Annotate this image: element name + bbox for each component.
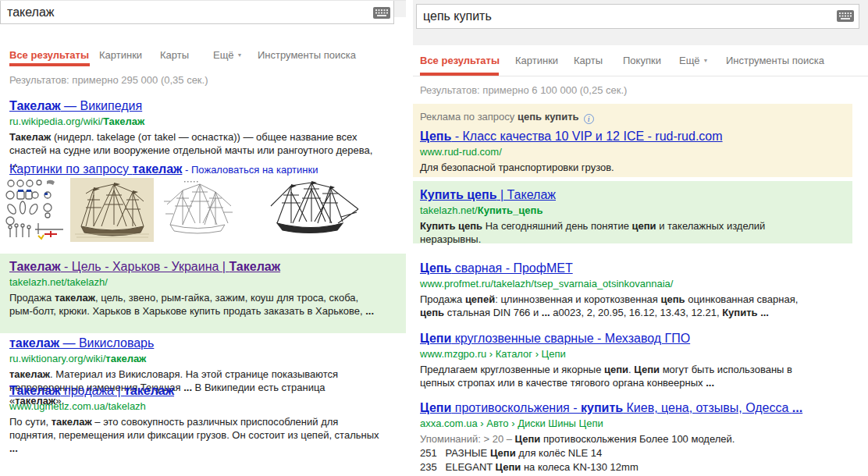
result-snippet: Продажа цепей: цлиннозвенная и короткозв… xyxy=(420,293,804,319)
tab-all-results[interactable]: Все результаты xyxy=(420,55,500,66)
left-search-box xyxy=(0,0,394,24)
search-result-wikipedia: Такелаж — Википедия ru.wikipedia.org/wik… xyxy=(9,98,382,170)
tab-all-results[interactable]: Все результаты xyxy=(9,49,89,61)
result-model-line: 235 ELEGANT Цепи на колеса KN-130 12mm xyxy=(420,460,802,474)
search-result-mzgpo: Цепи круглозвенные сварные - Мехзавод ГП… xyxy=(420,331,804,389)
images-block-header: Картинки по запросу такелаж - Пожаловать… xyxy=(9,162,318,176)
result-url: www.profmet.ru/takelazh/tsep_svarnaia_ot… xyxy=(420,277,804,290)
result-title-link[interactable]: Такелаж продажа | такелаж xyxy=(9,383,174,398)
chevron-down-icon: ▼ xyxy=(237,52,243,58)
result-snippet: По сути, такелаж – это совокупность разл… xyxy=(9,415,382,455)
chevron-down-icon: ▼ xyxy=(703,58,709,63)
image-thumbnail-ship-line-drawing[interactable] xyxy=(161,178,236,242)
image-thumbnail-ship-dark-drawing[interactable] xyxy=(263,178,363,242)
result-url: ru.wikipedia.org/wiki/Такелаж xyxy=(9,115,382,128)
images-for-query-link[interactable]: Картинки по запросу такелаж xyxy=(9,162,182,176)
right-tabbar-divider xyxy=(413,76,868,76)
result-snippet: Продажа такелаж, цель, звено, рым-гайка,… xyxy=(9,291,382,318)
ad-label: Реклама по запросу цепь купитьi xyxy=(420,111,723,124)
result-stats: Результатов: примерно 6 100 000 (0,25 се… xyxy=(420,84,627,96)
result-title-link[interactable]: Купить цепь | Такелаж xyxy=(420,187,556,202)
search-result-takelazh: Такелаж - Цель - Харьков - Украина | Так… xyxy=(9,259,382,318)
result-url: takelazh.net/takelazh/ xyxy=(9,275,382,289)
info-icon[interactable]: i xyxy=(584,114,594,124)
ad-url: www.rud-rud.com/ xyxy=(420,145,723,158)
separator: - xyxy=(182,164,191,176)
result-snippet: Предлагаем круглозвенные и якорные цепи.… xyxy=(420,363,804,389)
report-images-link[interactable]: Пожаловаться на картинки xyxy=(191,164,318,176)
result-breadcrumb: www.mzgpo.ru › Каталог › Цепи xyxy=(420,347,804,361)
result-snippet: Купить цепь На сегодняшний день понятие … xyxy=(420,219,804,246)
search-input[interactable] xyxy=(7,4,368,20)
ad-block: Реклама по запросу цепь купитьi Цепь - К… xyxy=(420,111,723,174)
ad-title-link[interactable]: Цепь - Класс качества 10 VIP и 12 ICE - … xyxy=(420,129,723,144)
result-title-link[interactable]: Цепи круглозвенные сварные - Мехзавод ГП… xyxy=(420,331,690,346)
result-title-link[interactable]: Такелаж - Цель - Харьков - Украина | Так… xyxy=(9,259,280,274)
tab-search-tools[interactable]: Инструменты поиска xyxy=(726,55,824,66)
result-title-link[interactable]: Такелаж — Википедия xyxy=(9,98,142,113)
search-result-ugmetiz: Такелаж продажа | такелаж www.ugmetiz.co… xyxy=(9,383,382,455)
tab-more[interactable]: Ещё▼ xyxy=(213,49,243,61)
result-mentions-line: Упоминаний: > 20 – Цепи противоскольжени… xyxy=(420,432,802,446)
left-active-tab-underline xyxy=(9,63,90,66)
keyboard-icon[interactable] xyxy=(373,7,390,19)
two-serp-comparison: Все результаты Картинки Карты Ещё▼ Инстр… xyxy=(0,0,868,476)
tab-more[interactable]: Ещё▼ xyxy=(679,55,709,66)
tab-shopping[interactable]: Покупки xyxy=(623,55,661,66)
tab-images[interactable]: Картинки xyxy=(515,55,558,66)
search-result-profmet: Цепь сварная - ПрофМЕТ www.profmet.ru/ta… xyxy=(420,261,804,319)
result-url: ru.wiktionary.org/wiki/такелаж xyxy=(9,352,382,365)
tab-images[interactable]: Картинки xyxy=(99,49,142,61)
ad-description: Для безопасной транспортировки грузов. xyxy=(420,161,723,174)
result-url: www.ugmetiz.com.ua/takelazh xyxy=(9,400,382,413)
search-result-takelazh-chain: Купить цепь | Такелаж takelazh.net/Купит… xyxy=(420,187,804,246)
search-result-axxa: Цепи противоскольжения - купить Киев, це… xyxy=(420,400,802,474)
result-title-link[interactable]: Цепь сварная - ПрофМЕТ xyxy=(420,261,573,275)
search-input[interactable] xyxy=(423,8,834,25)
left-tabbar-divider xyxy=(0,0,406,1)
result-stats: Результатов: примерно 295 000 (0,35 сек.… xyxy=(9,74,208,86)
image-thumbnail-rigging-hardware-collage[interactable] xyxy=(4,178,63,242)
tab-search-tools[interactable]: Инструменты поиска xyxy=(258,49,356,61)
result-url: takelazh.net/Купить_цепь xyxy=(420,204,804,217)
image-thumbnail-ship-engraving-sepia[interactable] xyxy=(70,178,154,242)
tab-maps[interactable]: Карты xyxy=(574,55,603,66)
tab-maps[interactable]: Карты xyxy=(160,49,189,61)
result-breadcrumb: axxa.com.ua › Авто › Диски Шины Цепи xyxy=(420,417,802,430)
result-title-link[interactable]: такелаж — Викисловарь xyxy=(9,336,154,350)
right-search-box xyxy=(416,4,859,29)
right-active-tab-underline xyxy=(420,73,499,76)
result-model-line: 251 РАЗНЫЕ Цепи для колёс NLE 14 xyxy=(420,446,802,460)
result-title-link[interactable]: Цепи противоскольжения - купить Киев, це… xyxy=(420,400,802,415)
keyboard-icon[interactable] xyxy=(837,10,854,22)
